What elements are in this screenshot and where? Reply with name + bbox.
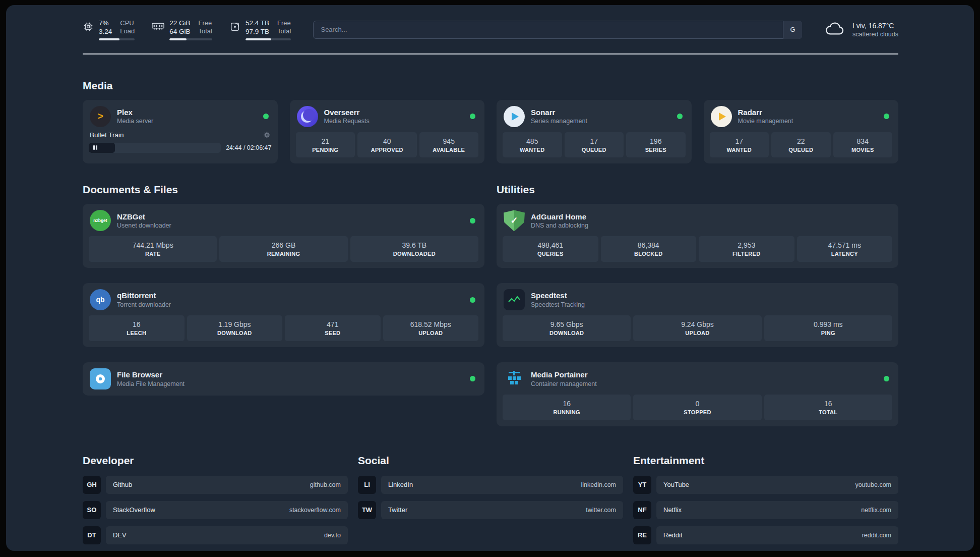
link-youtube[interactable]: YT YouTube youtube.com (633, 476, 898, 494)
stat-label: RATE (91, 250, 215, 258)
disk-icon (229, 19, 240, 32)
stat-label: UPLOAD (385, 329, 477, 337)
app-subtitle: Media Requests (324, 117, 464, 125)
stat-value: 22 (773, 137, 829, 146)
memory-metric: 22 GiB 64 GiB Free Total (152, 19, 212, 40)
twitter-icon: TW (358, 501, 376, 519)
system-metrics: 7% 3.24 CPU Load (83, 19, 291, 40)
link-name: Github (113, 481, 132, 488)
app-subtitle: Series management (531, 117, 671, 125)
link-stackoverflow[interactable]: SO StackOverflow stackoverflow.com (83, 501, 348, 519)
stat-value: 9.65 Gbps (505, 320, 629, 329)
cpu-metric: 7% 3.24 CPU Load (83, 19, 135, 40)
stat-queued: 22 QUEUED (771, 132, 831, 158)
stat-seed: 471 SEED (285, 315, 381, 341)
memory-usage-bar (169, 38, 212, 40)
stat-label: BLOCKED (603, 250, 695, 258)
status-dot (677, 114, 683, 119)
stat-value: 0 (635, 399, 759, 409)
app-card-adguard[interactable]: ✓ AdGuard Home DNS and adblocking 498,46… (497, 204, 898, 268)
link-twitter[interactable]: TW Twitter twitter.com (358, 501, 623, 519)
stat-queries: 498,461 QUERIES (503, 236, 598, 262)
stat-queued: 17 QUEUED (565, 132, 624, 158)
link-dev[interactable]: DT DEV dev.to (83, 526, 348, 544)
stat-label: STOPPED (635, 409, 759, 416)
app-subtitle: DNS and adblocking (531, 221, 891, 230)
playback-time: 24:44 / 02:06:47 (226, 144, 271, 151)
stat-label: FILTERED (701, 250, 792, 258)
disk-free-value: 52.4 TB (246, 19, 269, 28)
gear-icon[interactable] (263, 131, 271, 139)
stat-label: PING (766, 329, 890, 337)
stat-label: UPLOAD (635, 329, 759, 337)
stat-value: 9.24 Gbps (635, 320, 759, 329)
playback-progress-bar[interactable] (89, 143, 221, 153)
search-engine-button[interactable]: G (783, 21, 802, 39)
stat-label: LATENCY (799, 250, 891, 258)
search-bar: G (313, 21, 802, 39)
cloud-icon (824, 21, 846, 38)
stat-value: 17 (567, 137, 622, 146)
stackoverflow-icon: SO (83, 501, 101, 519)
entertainment-column: Entertainment YT YouTube youtube.com NF … (633, 455, 898, 551)
section-title-media: Media (83, 80, 898, 92)
stat-value: 498,461 (505, 241, 596, 250)
link-domain: stackoverflow.com (289, 507, 341, 514)
now-playing-title: Bullet Train (90, 131, 124, 139)
app-card-plex[interactable]: > Plex Media server Bullet Train (83, 100, 278, 164)
app-subtitle: Movie management (738, 117, 878, 125)
stat-upload: 9.24 Gbps UPLOAD (633, 315, 761, 341)
status-dot (470, 218, 475, 224)
app-name: Plex (117, 107, 257, 118)
portainer-icon (504, 368, 525, 389)
app-card-overseerr[interactable]: Overseerr Media Requests 21 PENDING 40 A… (290, 100, 485, 164)
disk-usage-bar (246, 38, 291, 40)
disk-label-top: Free (277, 19, 291, 27)
stat-approved: 40 APPROVED (357, 132, 417, 158)
section-title-utilities: Utilities (497, 184, 898, 196)
app-name: Radarr (738, 107, 878, 118)
media-grid: > Plex Media server Bullet Train (83, 100, 898, 164)
pause-icon[interactable] (93, 145, 97, 150)
search-input[interactable] (313, 21, 802, 39)
stat-value: 39.6 TB (352, 241, 476, 250)
link-name: YouTube (663, 481, 689, 488)
status-dot (470, 297, 475, 303)
app-card-speedtest[interactable]: Speedtest Speedtest Tracking 9.65 Gbps D… (497, 283, 898, 347)
stat-pending: 21 PENDING (296, 132, 355, 158)
stat-download: 9.65 Gbps DOWNLOAD (503, 315, 631, 341)
app-card-radarr[interactable]: Radarr Movie management 17 WANTED 22 QUE… (704, 100, 899, 164)
utilities-column: Utilities ✓ AdGuard Home DNS and adblock… (497, 184, 898, 426)
stat-value: 471 (287, 320, 379, 329)
stat-blocked: 86,384 BLOCKED (601, 236, 697, 262)
link-linkedin[interactable]: LI LinkedIn linkedin.com (358, 476, 623, 494)
linkedin-icon: LI (358, 476, 376, 494)
youtube-icon: YT (633, 476, 651, 494)
link-github[interactable]: GH Github github.com (83, 476, 348, 494)
links-grid: Developer GH Github github.com SO StackO… (83, 455, 898, 551)
app-name: AdGuard Home (531, 212, 891, 222)
stat-filtered: 2,953 FILTERED (699, 236, 794, 262)
dashboard-panel: 7% 3.24 CPU Load (6, 5, 974, 551)
stat-label: DOWNLOAD (505, 329, 629, 337)
link-domain: youtube.com (855, 481, 891, 488)
app-card-filebrowser[interactable]: File Browser Media File Management (83, 362, 484, 396)
link-netflix[interactable]: NF Netflix netflix.com (633, 501, 898, 519)
cpu-sub-value: 3.24 (99, 28, 112, 36)
link-name: Reddit (663, 531, 683, 539)
stat-label: LEECH (91, 329, 182, 337)
app-card-nzbget[interactable]: nzbget NZBGet Usenet downloader 744.21 M… (83, 204, 484, 268)
stat-value: 1.19 Gbps (189, 320, 281, 329)
app-card-qbittorrent[interactable]: qb qBittorrent Torrent downloader 16 LEE… (83, 283, 484, 347)
app-card-sonarr[interactable]: Sonarr Series management 485 WANTED 17 Q… (497, 100, 692, 164)
qbittorrent-icon: qb (90, 289, 111, 310)
app-subtitle: Container management (531, 380, 878, 388)
disk-total-value: 97.9 TB (246, 28, 269, 36)
stat-label: TOTAL (766, 409, 890, 416)
link-reddit[interactable]: RE Reddit reddit.com (633, 526, 898, 544)
app-card-portainer[interactable]: Media Portainer Container management 16 … (497, 362, 898, 426)
stat-value: 86,384 (603, 241, 695, 250)
stat-value: 744.21 Mbps (91, 241, 215, 250)
weather-widget: Lviv, 16.87°C scattered clouds (824, 21, 898, 38)
link-name: Twitter (388, 506, 407, 514)
